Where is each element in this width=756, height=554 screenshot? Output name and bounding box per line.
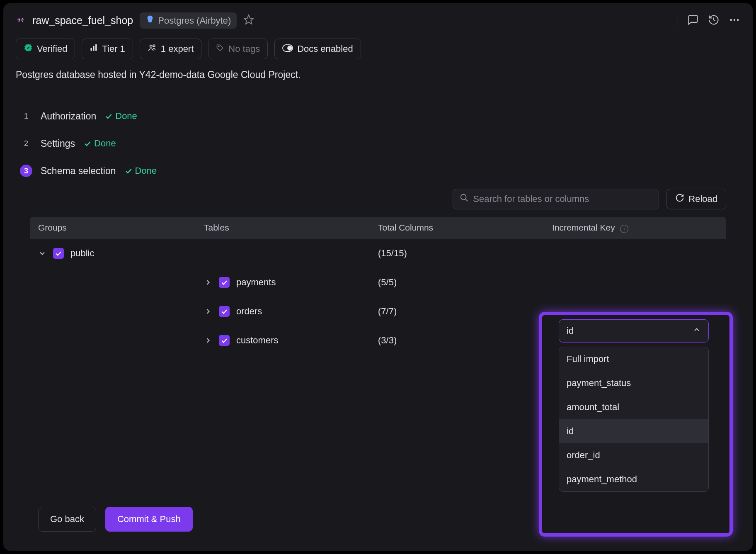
dropdown-selected: id bbox=[567, 326, 574, 336]
go-back-button[interactable]: Go back bbox=[38, 507, 96, 532]
step-number: 3 bbox=[20, 165, 32, 177]
step-number: 2 bbox=[20, 137, 32, 150]
page-title: raw_space_fuel_shop bbox=[32, 15, 133, 27]
bars-icon bbox=[90, 44, 98, 54]
dropdown-list: Full import payment_status amount_total … bbox=[559, 347, 709, 492]
step-number: 1 bbox=[20, 110, 32, 122]
verified-icon bbox=[24, 43, 33, 55]
notags-label: No tags bbox=[228, 44, 260, 54]
reload-button[interactable]: Reload bbox=[666, 189, 726, 209]
table-totals: (3/3) bbox=[378, 335, 552, 346]
svg-point-11 bbox=[288, 46, 292, 50]
history-icon[interactable] bbox=[708, 14, 720, 27]
table-name: orders bbox=[236, 306, 262, 317]
svg-rect-4 bbox=[91, 48, 92, 51]
step-status: Done bbox=[104, 111, 137, 121]
step-status: Done bbox=[83, 138, 116, 149]
svg-marker-0 bbox=[244, 15, 253, 24]
dropdown-option[interactable]: id bbox=[559, 419, 708, 443]
docs-badge[interactable]: Docs enabled bbox=[274, 39, 361, 59]
group-name: public bbox=[70, 248, 94, 259]
step-schema-selection[interactable]: 3 Schema selection Done bbox=[20, 162, 736, 180]
group-totals: (15/15) bbox=[378, 248, 552, 259]
more-menu-icon[interactable] bbox=[729, 14, 740, 27]
description-text: Postgres database hosted in Y42-demo-dat… bbox=[3, 65, 753, 93]
chevron-right-icon[interactable] bbox=[204, 278, 212, 287]
source-chip-label: Postgres (Airbyte) bbox=[158, 15, 231, 26]
svg-point-9 bbox=[218, 46, 220, 47]
docs-label: Docs enabled bbox=[297, 44, 353, 54]
col-inckey: Incremental Key i bbox=[552, 223, 718, 233]
footer-actions: Go back Commit & Push bbox=[12, 495, 744, 543]
favorite-star-icon[interactable] bbox=[243, 14, 254, 27]
commit-push-button[interactable]: Commit & Push bbox=[105, 507, 193, 532]
dropdown-option[interactable]: payment_method bbox=[559, 467, 708, 491]
svg-point-8 bbox=[153, 45, 155, 47]
reload-label: Reload bbox=[688, 194, 717, 204]
postgres-icon bbox=[145, 15, 155, 26]
table-row: payments (5/5) bbox=[30, 268, 726, 297]
svg-point-7 bbox=[150, 45, 152, 48]
dropdown-trigger[interactable]: id bbox=[559, 319, 709, 343]
dropdown-option[interactable]: Full import bbox=[559, 347, 708, 371]
group-row: public (15/15) bbox=[30, 239, 726, 268]
source-chip[interactable]: Postgres (Airbyte) bbox=[140, 12, 237, 29]
chevron-right-icon[interactable] bbox=[204, 307, 212, 316]
step-settings[interactable]: 2 Settings Done bbox=[20, 135, 736, 152]
reload-icon bbox=[675, 193, 684, 205]
step-label: Schema selection bbox=[41, 165, 116, 177]
svg-rect-6 bbox=[96, 44, 97, 51]
dropdown-option[interactable]: order_id bbox=[559, 443, 708, 467]
col-groups: Groups bbox=[38, 223, 204, 233]
db-source-icon bbox=[16, 15, 26, 27]
incremental-key-dropdown: id Full import payment_status amount_tot… bbox=[559, 319, 709, 492]
table-name: customers bbox=[236, 335, 278, 346]
header: raw_space_fuel_shop Postgres (Airbyte) bbox=[3, 3, 753, 36]
divider bbox=[678, 15, 678, 27]
col-tables: Tables bbox=[204, 223, 378, 233]
dropdown-option[interactable]: payment_status bbox=[559, 371, 708, 395]
expert-badge[interactable]: 1 expert bbox=[140, 39, 202, 59]
chevron-up-icon bbox=[693, 326, 701, 336]
table-checkbox[interactable] bbox=[219, 306, 230, 317]
step-authorization[interactable]: 1 Authorization Done bbox=[20, 107, 736, 125]
comment-icon[interactable] bbox=[687, 14, 699, 27]
table-header-row: Groups Tables Total Columns Incremental … bbox=[30, 217, 726, 239]
svg-line-13 bbox=[465, 199, 468, 202]
table-checkbox[interactable] bbox=[219, 335, 230, 346]
toggle-on-icon bbox=[282, 44, 293, 54]
table-checkbox[interactable] bbox=[219, 277, 230, 288]
group-checkbox[interactable] bbox=[53, 248, 64, 259]
people-icon bbox=[148, 43, 157, 55]
table-name: payments bbox=[236, 277, 276, 288]
search-placeholder: Search for tables or columns bbox=[473, 194, 589, 204]
search-input[interactable]: Search for tables or columns bbox=[453, 189, 659, 209]
tier-badge[interactable]: Tier 1 bbox=[82, 39, 133, 59]
dropdown-option[interactable]: amount_total bbox=[559, 395, 708, 419]
step-label: Settings bbox=[41, 138, 75, 149]
tier-label: Tier 1 bbox=[102, 44, 125, 54]
verified-badge[interactable]: Verified bbox=[16, 39, 75, 59]
step-status: Done bbox=[124, 165, 157, 176]
steps-list: 1 Authorization Done 2 Settings Done 3 S… bbox=[3, 93, 753, 184]
info-icon[interactable]: i bbox=[620, 225, 628, 233]
svg-point-3 bbox=[737, 19, 739, 21]
svg-rect-5 bbox=[93, 46, 94, 51]
chevron-right-icon[interactable] bbox=[204, 336, 212, 345]
table-totals: (7/7) bbox=[378, 306, 552, 317]
chevron-down-icon[interactable] bbox=[38, 249, 46, 258]
expert-label: 1 expert bbox=[161, 44, 194, 54]
svg-point-1 bbox=[730, 19, 732, 21]
verified-label: Verified bbox=[37, 44, 67, 54]
svg-point-2 bbox=[734, 19, 736, 21]
col-total: Total Columns bbox=[378, 223, 552, 233]
search-icon bbox=[460, 193, 469, 205]
notags-badge[interactable]: No tags bbox=[208, 39, 268, 59]
tag-icon bbox=[216, 44, 224, 54]
table-totals: (5/5) bbox=[378, 277, 552, 288]
svg-point-12 bbox=[461, 194, 466, 200]
badges-row: Verified Tier 1 1 expert No tags Docs en… bbox=[3, 36, 753, 65]
step-label: Authorization bbox=[41, 111, 96, 122]
